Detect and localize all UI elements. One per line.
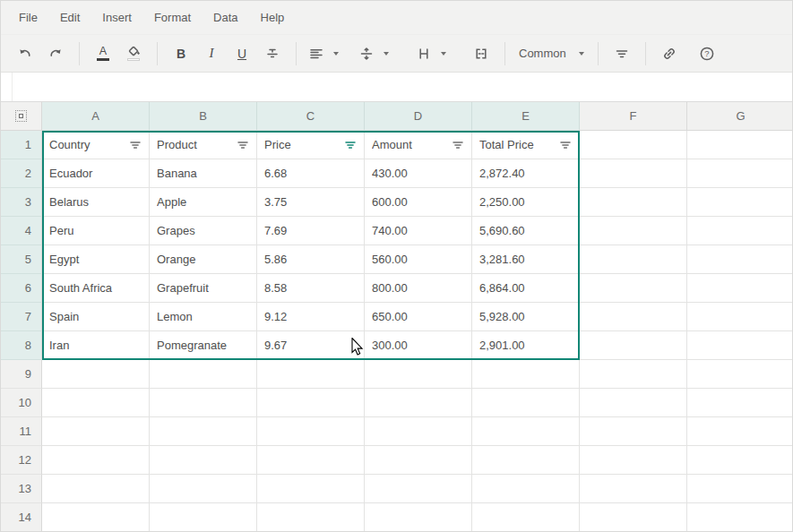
cell-E8[interactable]: 2,901.00 bbox=[472, 331, 580, 360]
cell-C4[interactable]: 7.69 bbox=[257, 217, 365, 245]
cell-G4[interactable] bbox=[687, 217, 792, 245]
align-dropdown-arrow[interactable] bbox=[328, 39, 344, 68]
cell-D9[interactable] bbox=[365, 360, 472, 389]
font-color-button[interactable]: A bbox=[88, 39, 118, 68]
cell-F10[interactable] bbox=[580, 389, 687, 417]
cell-C10[interactable] bbox=[257, 389, 365, 417]
cell-C12[interactable] bbox=[257, 446, 365, 475]
filter-button-product[interactable] bbox=[237, 140, 249, 150]
cell-A4[interactable]: Peru bbox=[42, 217, 150, 245]
filter-button-amount[interactable] bbox=[452, 140, 464, 150]
menu-item-format[interactable]: Format bbox=[154, 11, 191, 24]
cell-G6[interactable] bbox=[687, 274, 792, 303]
cell-E1[interactable]: Total Price bbox=[472, 131, 580, 159]
cell-A2[interactable]: Ecuador bbox=[42, 159, 150, 188]
column-header-F[interactable]: F bbox=[580, 102, 687, 131]
menu-item-file[interactable]: File bbox=[19, 11, 38, 24]
cell-G12[interactable] bbox=[687, 446, 792, 475]
help-button[interactable]: ? bbox=[692, 39, 722, 68]
vertical-align-dropdown-arrow[interactable] bbox=[378, 39, 394, 68]
row-header-9[interactable]: 9 bbox=[1, 360, 42, 389]
cell-B1[interactable]: Product bbox=[150, 131, 257, 159]
cell-D3[interactable]: 600.00 bbox=[365, 188, 472, 217]
cell-F4[interactable] bbox=[580, 217, 687, 245]
cell-F13[interactable] bbox=[580, 475, 687, 503]
cell-F12[interactable] bbox=[580, 446, 687, 475]
row-header-12[interactable]: 12 bbox=[1, 446, 42, 475]
number-format-dropdown[interactable]: Common bbox=[513, 39, 590, 68]
cell-A13[interactable] bbox=[42, 475, 150, 503]
column-header-E[interactable]: E bbox=[472, 102, 580, 131]
column-header-B[interactable]: B bbox=[150, 102, 257, 131]
redo-button[interactable] bbox=[40, 39, 71, 68]
cell-E12[interactable] bbox=[472, 446, 580, 475]
cell-C14[interactable] bbox=[257, 503, 365, 531]
cell-D7[interactable]: 650.00 bbox=[365, 303, 472, 331]
cell-A1[interactable]: Country bbox=[42, 131, 150, 159]
cell-B13[interactable] bbox=[150, 475, 257, 503]
menu-item-insert[interactable]: Insert bbox=[102, 11, 132, 24]
cell-C2[interactable]: 6.68 bbox=[257, 159, 365, 188]
cell-B11[interactable] bbox=[150, 417, 257, 446]
cell-C8[interactable]: 9.67 bbox=[257, 331, 365, 360]
cell-F7[interactable] bbox=[580, 303, 687, 331]
cell-E14[interactable] bbox=[472, 503, 580, 531]
cell-E11[interactable] bbox=[472, 417, 580, 446]
cell-G2[interactable] bbox=[687, 159, 792, 188]
add-link-button[interactable] bbox=[654, 39, 685, 68]
cell-F5[interactable] bbox=[580, 245, 687, 274]
cell-C7[interactable]: 9.12 bbox=[257, 303, 365, 331]
cell-G13[interactable] bbox=[687, 475, 792, 503]
cell-D8[interactable]: 300.00 bbox=[365, 331, 472, 360]
cell-B4[interactable]: Grapes bbox=[150, 217, 257, 245]
cell-F8[interactable] bbox=[580, 331, 687, 360]
row-header-3[interactable]: 3 bbox=[1, 188, 42, 217]
select-all-button[interactable] bbox=[1, 102, 42, 131]
cell-F3[interactable] bbox=[580, 188, 687, 217]
h-style-dropdown-arrow[interactable] bbox=[435, 39, 452, 68]
cell-D5[interactable]: 560.00 bbox=[365, 245, 472, 274]
cell-G5[interactable] bbox=[687, 245, 792, 274]
cell-D12[interactable] bbox=[365, 446, 472, 475]
bold-button[interactable]: B bbox=[166, 39, 196, 68]
menu-item-edit[interactable]: Edit bbox=[60, 11, 80, 24]
cell-E7[interactable]: 5,928.00 bbox=[472, 303, 580, 331]
cell-B5[interactable]: Orange bbox=[150, 245, 257, 274]
cell-C13[interactable] bbox=[257, 475, 365, 503]
cell-D6[interactable]: 800.00 bbox=[365, 274, 472, 303]
cell-G10[interactable] bbox=[687, 389, 792, 417]
merge-cells-button[interactable] bbox=[466, 39, 496, 68]
column-header-G[interactable]: G bbox=[687, 102, 792, 131]
cell-F11[interactable] bbox=[580, 417, 687, 446]
align-left-button[interactable] bbox=[305, 39, 328, 68]
row-header-11[interactable]: 11 bbox=[1, 417, 42, 446]
column-header-A[interactable]: A bbox=[42, 102, 150, 131]
column-header-D[interactable]: D bbox=[365, 102, 472, 131]
italic-button[interactable]: I bbox=[196, 39, 227, 68]
cell-B8[interactable]: Pomegranate bbox=[150, 331, 257, 360]
underline-button[interactable]: U bbox=[227, 39, 257, 68]
row-header-7[interactable]: 7 bbox=[1, 303, 42, 331]
row-header-5[interactable]: 5 bbox=[1, 245, 42, 274]
create-filter-button[interactable] bbox=[607, 39, 637, 68]
row-header-13[interactable]: 13 bbox=[1, 475, 42, 503]
cell-C9[interactable] bbox=[257, 360, 365, 389]
cell-A9[interactable] bbox=[42, 360, 150, 389]
cell-B10[interactable] bbox=[150, 389, 257, 417]
cell-E2[interactable]: 2,872.40 bbox=[472, 159, 580, 188]
row-header-2[interactable]: 2 bbox=[1, 159, 42, 188]
cell-C6[interactable]: 8.58 bbox=[257, 274, 365, 303]
fill-color-button[interactable] bbox=[118, 39, 149, 68]
row-header-1[interactable]: 1 bbox=[1, 131, 42, 159]
row-header-14[interactable]: 14 bbox=[1, 503, 42, 531]
row-header-4[interactable]: 4 bbox=[1, 217, 42, 245]
row-header-6[interactable]: 6 bbox=[1, 274, 42, 303]
cell-D13[interactable] bbox=[365, 475, 472, 503]
h-style-button[interactable] bbox=[412, 39, 435, 68]
column-header-C[interactable]: C bbox=[257, 102, 365, 131]
cell-D1[interactable]: Amount bbox=[365, 131, 472, 159]
cell-B9[interactable] bbox=[150, 360, 257, 389]
cell-A8[interactable]: Iran bbox=[42, 331, 150, 360]
cell-B14[interactable] bbox=[150, 503, 257, 531]
undo-button[interactable] bbox=[10, 39, 40, 68]
